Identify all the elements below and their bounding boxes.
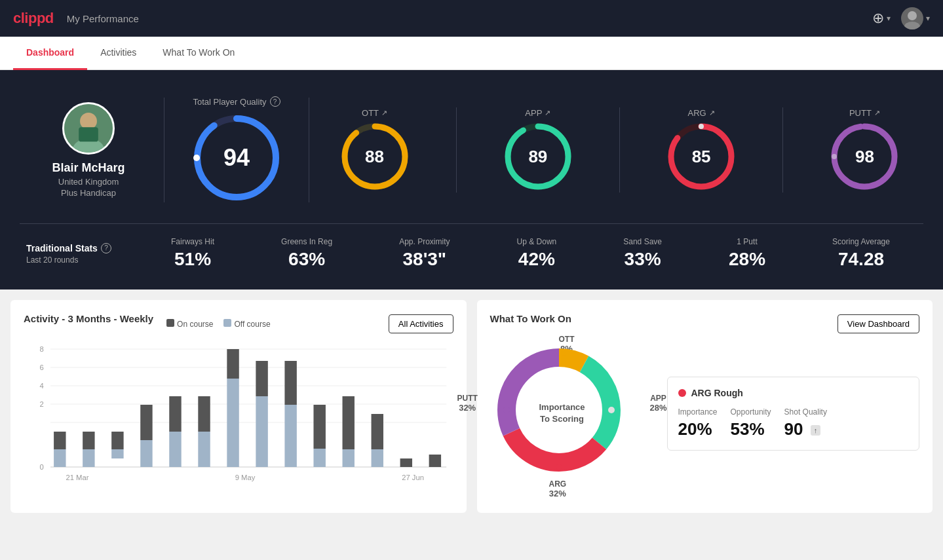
svg-rect-55 [400,458,412,467]
svg-text:8: 8 [39,345,43,353]
stat-1putt-val: 28% [729,249,765,270]
stat-greens: Greens In Reg 63% [281,237,332,270]
legend-off-course: Off course [223,319,270,329]
player-avatar [62,102,115,155]
add-chevron-icon: ▾ [887,14,891,23]
chart-area: 8 6 4 2 0 [24,343,453,500]
total-quality-label: Total Player Quality ? [193,96,280,107]
donut-chart: ImportanceTo Scoring [490,341,634,485]
divider5 [782,107,783,193]
total-quality-info-icon[interactable]: ? [270,96,280,107]
info-card-title: ARG Rough [678,388,909,398]
info-card-metrics: Importance 20% Opportunity 53% Shot Qual… [678,407,909,439]
metric-opportunity-name: Opportunity [731,407,771,417]
svg-rect-49 [313,449,325,467]
logo[interactable]: clippd [13,10,54,27]
profile-button[interactable]: ▾ [901,7,930,29]
info-card: ARG Rough Importance 20% Opportunity 53%… [667,377,920,451]
svg-point-0 [908,11,917,20]
bottom-panels: Activity - 3 Months - Weekly On course O… [0,289,943,523]
app-arrow-icon: ↗ [545,109,550,117]
svg-rect-35 [111,449,123,458]
activity-panel: Activity - 3 Months - Weekly On course O… [10,300,467,513]
svg-point-8 [193,155,200,161]
svg-rect-52 [343,396,355,449]
trad-stats-label: Traditional Stats ? Last 20 rounds [20,243,138,265]
divider3 [456,107,457,193]
svg-rect-5 [79,127,98,141]
hero-section: Blair McHarg United Kingdom Plus Handica… [0,70,943,289]
svg-rect-45 [256,396,267,467]
stat-fairways-val: 51% [171,249,214,270]
trad-stats-sub: Last 20 rounds [26,255,138,265]
metric-importance: Importance 20% [678,407,718,439]
player-info: Blair McHarg United Kingdom Plus Handica… [20,96,157,204]
metric-importance-val: 20% [678,419,718,439]
svg-rect-42 [198,396,210,432]
svg-rect-31 [54,449,66,467]
svg-text:21 Mar: 21 Mar [66,474,88,481]
info-card-dot [678,389,686,397]
svg-rect-39 [169,432,181,467]
svg-rect-53 [372,449,383,467]
putt-circle: 98 [828,121,900,193]
svg-rect-44 [227,349,239,379]
ott-value: 88 [365,146,384,166]
svg-point-66 [556,464,562,470]
tab-activities[interactable]: Activities [87,37,149,70]
svg-rect-36 [111,432,123,449]
svg-text:27 Jun: 27 Jun [402,474,424,481]
svg-text:9 May: 9 May [235,474,256,481]
putt-donut-label: PUTT 32% [457,394,478,413]
svg-text:6: 6 [39,364,43,371]
svg-rect-40 [169,396,181,432]
stat-updown-name: Up & Down [517,237,557,246]
tab-what-to-work-on[interactable]: What To Work On [149,37,248,70]
svg-rect-37 [140,440,152,467]
svg-rect-50 [313,405,325,449]
divider [164,98,164,202]
svg-rect-43 [227,379,239,467]
player-handicap: Plus Handicap [61,188,116,198]
app-value: 89 [528,146,547,166]
wtwo-header: What To Work On View Dashboard [490,313,920,335]
header-left: clippd My Performance [13,10,139,27]
stat-updown-val: 42% [517,249,557,270]
add-button[interactable]: ⊕ ▾ [872,10,891,27]
trad-stats-grid: Fairways Hit 51% Greens In Reg 63% App. … [138,237,923,270]
stat-fairways-name: Fairways Hit [171,237,214,246]
avatar [901,7,923,29]
trad-stats-info-icon[interactable]: ? [101,243,111,253]
stat-proximity: App. Proximity 38'3" [399,237,450,270]
stat-scoring-val: 74.28 [832,249,890,270]
tab-dashboard[interactable]: Dashboard [13,37,87,70]
activity-header-left: Activity - 3 Months - Weekly On course O… [24,313,271,335]
header: clippd My Performance ⊕ ▾ ▾ [0,0,943,37]
metric-shot-quality: Shot Quality 90 ↑ [784,407,827,439]
stat-1putt-name: 1 Putt [729,237,765,246]
activity-title: Activity - 3 Months - Weekly [24,313,153,324]
svg-rect-56 [429,455,441,467]
putt-label: PUTT ↗ [849,108,880,118]
svg-rect-47 [284,405,296,467]
player-country: United Kingdom [58,177,119,187]
svg-point-68 [560,355,567,362]
stat-updown: Up & Down 42% [517,237,557,270]
score-ott: OTT ↗ 88 [339,108,411,193]
activity-header: Activity - 3 Months - Weekly On course O… [24,313,453,335]
app-label: APP ↗ [525,108,550,118]
what-to-work-on-panel: What To Work On View Dashboard OTT 8% AP… [477,300,933,513]
score-putt: PUTT ↗ 98 [828,108,900,193]
all-activities-button[interactable]: All Activities [389,314,453,333]
svg-rect-46 [256,361,267,396]
arg-value: 85 [692,146,711,166]
player-name: Blair McHarg [52,161,125,175]
svg-text:0: 0 [39,463,43,471]
view-dashboard-button[interactable]: View Dashboard [837,314,919,333]
putt-value: 98 [855,146,874,166]
stat-scoring-name: Scoring Average [832,237,890,246]
app-donut-label: APP 28% [649,394,666,413]
header-right: ⊕ ▾ ▾ [872,7,930,29]
wtwo-title: What To Work On [490,313,571,324]
tabs: Dashboard Activities What To Work On [0,37,943,70]
